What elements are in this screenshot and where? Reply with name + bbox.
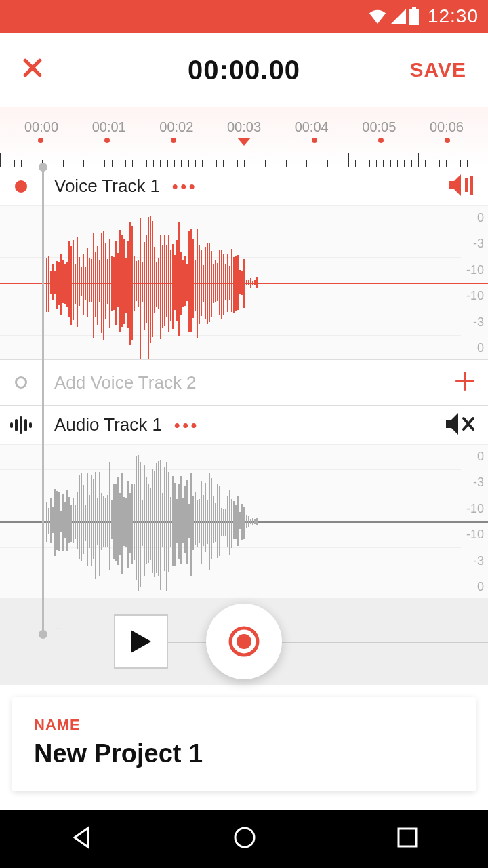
db-label: -3	[457, 237, 484, 250]
recents-icon	[396, 826, 419, 849]
add-track-label: Add Voice Track 2	[54, 372, 197, 393]
db-label: 0	[457, 342, 484, 354]
record-unarmed-icon	[15, 376, 27, 389]
db-label: -3	[457, 476, 484, 488]
playhead-marker-icon	[237, 138, 251, 146]
project-name-value: New Project 1	[34, 739, 454, 768]
voice-track-1-waveform[interactable]: 0 -3 -10 -10 -3 0	[0, 206, 488, 359]
close-icon	[22, 57, 43, 79]
db-label: -3	[457, 316, 484, 328]
svg-point-4	[235, 828, 254, 847]
mute-button[interactable]	[446, 413, 476, 437]
record-armed-icon	[15, 180, 27, 193]
ruler-label: 00:03	[227, 119, 261, 135]
db-scale: 0 -3 -10 -10 -3 0	[457, 206, 484, 359]
name-field-label: NAME	[34, 716, 454, 734]
svg-rect-0	[465, 178, 468, 192]
db-label: -3	[457, 555, 484, 567]
record-icon	[228, 625, 260, 658]
record-button[interactable]	[206, 604, 282, 679]
db-label: -10	[457, 290, 484, 302]
track-label: Voice Track 1	[54, 176, 160, 197]
db-label: 0	[457, 450, 484, 462]
waveform-canvas	[0, 445, 461, 598]
audio-track-1-waveform[interactable]: 0 -3 -10 -10 -3 0	[0, 445, 488, 598]
wifi-icon	[368, 9, 387, 24]
record-arm-button[interactable]	[0, 376, 42, 389]
ruler-dot-icon	[38, 138, 43, 143]
add-track-button[interactable]	[454, 368, 476, 398]
ruler-dot-icon	[171, 138, 176, 143]
ruler-ticks	[0, 152, 488, 167]
ruler-label: 00:05	[362, 119, 396, 135]
track-menu-button[interactable]: •••	[174, 416, 199, 435]
battery-icon	[409, 7, 420, 25]
save-button[interactable]: SAVE	[410, 58, 466, 81]
editor-header: 00:00.00 SAVE	[0, 33, 488, 107]
svg-point-3	[237, 634, 251, 649]
plus-icon	[454, 370, 476, 392]
ruler-label: 00:01	[92, 119, 126, 135]
ruler-dot-icon	[378, 138, 384, 143]
back-button[interactable]	[69, 825, 94, 852]
ruler-label: 00:04	[295, 119, 329, 135]
transport-controls	[0, 598, 488, 685]
home-button[interactable]	[232, 825, 257, 852]
cell-signal-icon	[390, 9, 406, 24]
db-label: -10	[457, 264, 484, 276]
volume-muted-icon	[446, 413, 476, 435]
svg-rect-5	[399, 829, 416, 846]
track-menu-button[interactable]: •••	[172, 177, 197, 196]
track-type-icon-cell	[0, 416, 42, 434]
volume-button[interactable]	[449, 174, 476, 199]
back-icon	[69, 825, 94, 850]
zigzag-line-icon	[0, 628, 115, 629]
playhead-line[interactable]	[42, 167, 44, 635]
play-icon	[131, 630, 151, 653]
track-label: Audio Track 1	[54, 414, 162, 435]
db-scale: 0 -3 -10 -10 -3 0	[457, 445, 484, 598]
status-time: 12:30	[428, 5, 479, 27]
record-arm-button[interactable]	[0, 180, 42, 193]
svg-rect-1	[470, 176, 473, 195]
ruler-dot-icon	[104, 138, 110, 143]
ruler-label: 00:06	[430, 119, 464, 135]
ruler-label: 00:00	[24, 119, 58, 135]
ruler-dots	[0, 135, 488, 146]
volume-on-icon	[449, 174, 476, 196]
ruler-dot-icon	[445, 138, 450, 143]
db-label: -10	[457, 528, 484, 540]
timer-display: 00:00.00	[188, 55, 300, 85]
audio-wave-icon	[10, 416, 32, 434]
ruler-labels: 00:00 00:01 00:02 00:03 00:04 00:05 00:0…	[0, 107, 488, 135]
status-icons	[368, 7, 420, 25]
voice-track-1-header: Voice Track 1 •••	[0, 167, 488, 206]
home-icon	[232, 825, 257, 850]
play-button[interactable]	[114, 614, 168, 669]
status-bar: 12:30	[0, 0, 488, 33]
android-navbar	[0, 810, 488, 868]
db-label: 0	[457, 212, 484, 224]
close-button[interactable]	[22, 56, 54, 85]
ruler-label: 00:02	[159, 119, 193, 135]
waveform-canvas	[0, 206, 461, 359]
recents-button[interactable]	[396, 826, 419, 852]
project-name-card[interactable]: NAME New Project 1	[12, 697, 476, 791]
ruler-dot-icon	[312, 138, 317, 143]
timeline-ruler[interactable]: 00:00 00:01 00:02 00:03 00:04 00:05 00:0…	[0, 107, 488, 167]
db-label: 0	[457, 580, 484, 593]
audio-track-1-header: Audio Track 1 •••	[0, 406, 488, 445]
add-voice-track-row[interactable]: Add Voice Track 2	[0, 359, 488, 406]
db-label: -10	[457, 502, 484, 515]
